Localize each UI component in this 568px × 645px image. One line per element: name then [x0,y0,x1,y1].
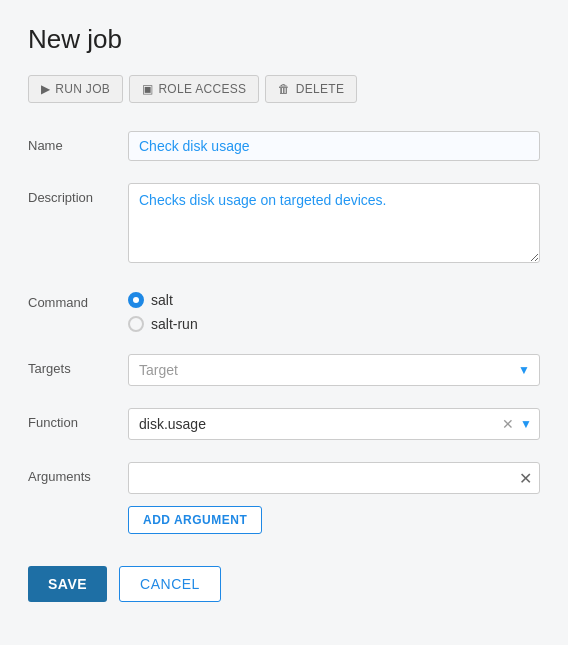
radio-salt-label: salt [151,292,173,308]
name-label: Name [28,131,128,153]
name-row: Name [28,131,540,161]
cancel-button[interactable]: CANCEL [119,566,221,602]
save-button[interactable]: SAVE [28,566,107,602]
radio-salt[interactable]: salt [128,292,540,308]
page-title: New job [28,24,540,55]
role-access-label: ROLE ACCESS [158,82,246,96]
run-job-button[interactable]: ▶ RUN JOB [28,75,123,103]
run-icon: ▶ [41,82,50,96]
arguments-wrapper: ✕ [128,462,540,494]
function-row: Function ✕ ▼ [28,408,540,440]
role-access-button[interactable]: ▣ ROLE ACCESS [129,75,259,103]
targets-select[interactable]: Target [128,354,540,386]
description-label: Description [28,183,128,205]
role-icon: ▣ [142,82,153,96]
arguments-input[interactable] [128,462,540,494]
targets-control: Target ▼ [128,354,540,386]
delete-button[interactable]: 🗑 DELETE [265,75,357,103]
arguments-label: Arguments [28,462,128,484]
description-input[interactable]: Checks disk usage on targeted devices. [128,183,540,263]
radio-salt-run-label: salt-run [151,316,198,332]
targets-label: Targets [28,354,128,376]
delete-label: DELETE [296,82,344,96]
function-control: ✕ ▼ [128,408,540,440]
command-row: Command salt salt-run [28,288,540,332]
run-job-label: RUN JOB [55,82,110,96]
function-icons: ✕ ▼ [502,416,532,432]
description-control: Checks disk usage on targeted devices. [128,183,540,266]
function-clear-icon[interactable]: ✕ [502,416,514,432]
add-argument-button[interactable]: ADD ARGUMENT [128,506,262,534]
function-wrapper: ✕ ▼ [128,408,540,440]
name-control [128,131,540,161]
description-row: Description Checks disk usage on targete… [28,183,540,266]
toolbar: ▶ RUN JOB ▣ ROLE ACCESS 🗑 DELETE [28,75,540,103]
function-label: Function [28,408,128,430]
radio-salt-run[interactable]: salt-run [128,316,540,332]
function-dropdown-icon[interactable]: ▼ [520,417,532,431]
arguments-control: ✕ ADD ARGUMENT [128,462,540,534]
arguments-close-icon[interactable]: ✕ [519,469,532,488]
delete-icon: 🗑 [278,82,290,96]
command-control: salt salt-run [128,288,540,332]
arguments-row: Arguments ✕ ADD ARGUMENT [28,462,540,534]
command-label: Command [28,288,128,310]
targets-row: Targets Target ▼ [28,354,540,386]
name-input[interactable] [128,131,540,161]
radio-salt-indicator [128,292,144,308]
targets-select-wrapper: Target ▼ [128,354,540,386]
radio-salt-run-indicator [128,316,144,332]
footer: SAVE CANCEL [28,566,540,602]
function-input[interactable] [128,408,540,440]
